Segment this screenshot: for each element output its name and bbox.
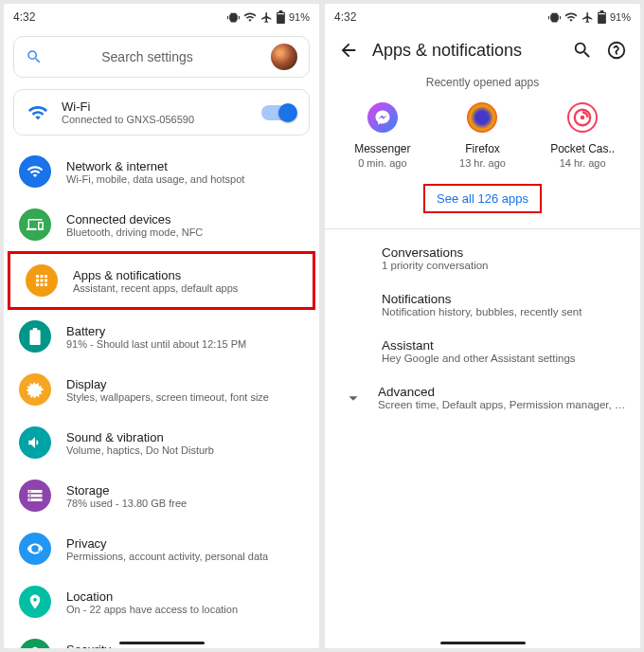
wifi-sub: Connected to GNXS-056590	[62, 114, 248, 125]
wifi-status-icon	[243, 10, 257, 24]
page-header: Apps & notifications	[325, 30, 640, 70]
recent-apps: Messenger 0 min. ago Firefox 13 hr. ago …	[325, 99, 640, 172]
airplane-icon	[260, 11, 273, 24]
row-conversations[interactable]: Conversations1 priority conversation	[325, 235, 640, 281]
clock: 4:32	[13, 10, 35, 24]
apps-notifications-screen: 4:32 91% Apps & notifications Recently o…	[325, 4, 640, 648]
row-apps-notifications[interactable]: Apps & notificationsAssistant, recent ap…	[10, 254, 313, 307]
wifi-icon	[27, 163, 44, 180]
search-placeholder: Search settings	[35, 49, 259, 64]
status-bar: 4:32 91%	[325, 4, 640, 30]
wifi-title: Wi-Fi	[62, 100, 248, 114]
wifi-quick-card[interactable]: Wi-Fi Connected to GNXS-056590	[13, 89, 310, 136]
vibrate-icon	[227, 11, 240, 24]
battery-percent: 91%	[289, 11, 310, 23]
wifi-icon	[27, 102, 48, 123]
settings-home-screen: 4:32 91% Search settings Wi-Fi Connected…	[4, 4, 319, 648]
location-icon	[27, 593, 44, 610]
row-storage[interactable]: Storage78% used - 13.80 GB free	[4, 469, 319, 522]
row-notifications[interactable]: NotificationsNotification history, bubbl…	[325, 281, 640, 328]
row-network[interactable]: Network & internetWi-Fi, mobile, data us…	[4, 145, 319, 198]
chevron-down-icon	[343, 388, 364, 408]
row-connected-devices[interactable]: Connected devicesBluetooth, driving mode…	[4, 198, 319, 251]
airplane-icon	[581, 11, 594, 24]
svg-rect-1	[599, 13, 605, 14]
recent-app-firefox[interactable]: Firefox 13 hr. ago	[439, 102, 525, 169]
svg-rect-0	[277, 13, 284, 14]
messenger-icon	[374, 109, 391, 126]
battery-icon	[277, 10, 285, 24]
page-title: Apps & notifications	[372, 41, 559, 61]
privacy-icon	[27, 540, 44, 557]
pocketcasts-icon	[572, 107, 593, 128]
help-icon[interactable]	[606, 40, 627, 61]
search-icon[interactable]	[572, 40, 593, 61]
search-settings[interactable]: Search settings	[13, 36, 310, 78]
row-location[interactable]: LocationOn - 22 apps have access to loca…	[4, 575, 319, 628]
lock-icon	[27, 646, 44, 648]
row-privacy[interactable]: PrivacyPermissions, account activity, pe…	[4, 522, 319, 575]
vibrate-icon	[548, 11, 561, 24]
recent-app-pocketcasts[interactable]: Pocket Cas.. 14 hr. ago	[540, 102, 625, 169]
wifi-toggle[interactable]	[261, 105, 295, 120]
recently-opened-label: Recently opened apps	[325, 70, 640, 99]
row-assistant[interactable]: AssistantHey Google and other Assistant …	[325, 328, 640, 374]
nav-handle[interactable]	[119, 642, 205, 644]
row-sound[interactable]: Sound & vibrationVolume, haptics, Do Not…	[4, 416, 319, 469]
nav-handle[interactable]	[440, 642, 526, 644]
storage-icon	[27, 487, 44, 504]
settings-sublist: Conversations1 priority conversation Not…	[325, 229, 640, 426]
battery-percent: 91%	[610, 11, 631, 23]
status-icons: 91%	[227, 10, 310, 24]
battery-icon	[29, 328, 41, 345]
row-advanced[interactable]: AdvancedScreen time, Default apps, Permi…	[325, 374, 640, 421]
sound-icon	[27, 434, 44, 451]
apps-icon	[33, 272, 50, 289]
clock: 4:32	[334, 10, 356, 24]
status-bar: 4:32 91%	[4, 4, 319, 30]
row-security[interactable]: SecurityPlay Protect, screen lock, finge…	[4, 628, 319, 648]
settings-list: Network & internetWi-Fi, mobile, data us…	[4, 141, 319, 648]
devices-icon	[27, 216, 44, 233]
row-display[interactable]: DisplayStyles, wallpapers, screen timeou…	[4, 363, 319, 416]
status-icons: 91%	[548, 10, 631, 24]
see-all-apps-button[interactable]: See all 126 apps	[423, 184, 542, 213]
highlight-apps-notifications: Apps & notificationsAssistant, recent ap…	[8, 251, 315, 310]
recent-app-messenger[interactable]: Messenger 0 min. ago	[340, 102, 425, 169]
display-icon	[27, 381, 44, 398]
wifi-status-icon	[564, 10, 578, 24]
svg-point-3	[581, 116, 585, 120]
row-battery[interactable]: Battery91% - Should last until about 12:…	[4, 310, 319, 363]
profile-avatar[interactable]	[271, 44, 297, 70]
back-icon[interactable]	[338, 40, 359, 61]
battery-icon	[598, 10, 606, 24]
